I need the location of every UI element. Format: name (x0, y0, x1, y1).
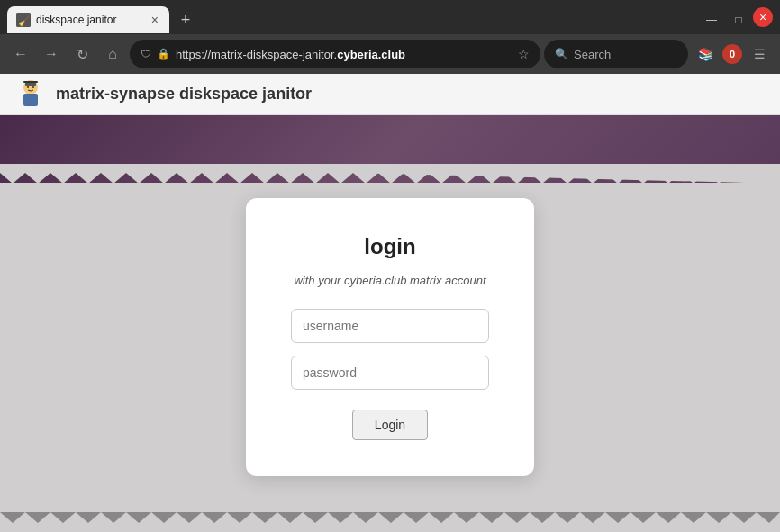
svg-rect-3 (23, 94, 38, 106)
browser-chrome: 🧹 diskspace janitor × + — □ × ← → ↻ ⌂ 🛡 … (0, 0, 780, 74)
svg-point-7 (32, 86, 34, 88)
url-text: https://matrix-diskspace-janitor.cyberia… (176, 48, 512, 61)
maximize-button[interactable]: □ (726, 7, 751, 32)
svg-rect-5 (23, 81, 38, 83)
site-title: matrix-synapse diskspace janitor (56, 85, 312, 104)
back-button[interactable]: ← (7, 41, 34, 68)
login-button[interactable]: Login (352, 410, 428, 440)
url-domain-prefix: matrix-diskspace-janitor. (211, 48, 337, 61)
browser-extensions: 📚 0 ☰ (692, 41, 773, 68)
address-bar[interactable]: 🛡 🔒 https://matrix-diskspace-janitor.cyb… (130, 40, 540, 68)
new-tab-button[interactable]: + (173, 7, 198, 32)
browser-menu-icon[interactable]: ☰ (746, 41, 773, 68)
svg-point-6 (27, 86, 29, 88)
url-domain-highlight: cyberia.club (337, 48, 405, 61)
ublock-badge[interactable]: 0 (722, 44, 742, 64)
zigzag-bottom-page-icon (0, 512, 780, 532)
refresh-button[interactable]: ↻ (68, 41, 95, 68)
login-title: login (291, 234, 489, 259)
library-icon[interactable]: 📚 (692, 41, 719, 68)
shield-icon: 🛡 (141, 48, 151, 60)
login-subtitle: with your cyberia.club matrix account (291, 274, 489, 287)
lock-icon: 🔒 (157, 48, 170, 60)
forward-button[interactable]: → (38, 41, 65, 68)
url-prefix: https:// (176, 48, 211, 61)
minimize-button[interactable]: — (699, 7, 724, 32)
window-controls: — □ × (699, 7, 773, 32)
navigation-bar: ← → ↻ ⌂ 🛡 🔒 https://matrix-diskspace-jan… (0, 34, 780, 74)
login-card: login with your cyberia.club matrix acco… (246, 198, 534, 476)
site-logo (14, 78, 47, 111)
home-button[interactable]: ⌂ (99, 41, 126, 68)
close-button[interactable]: × (753, 7, 773, 27)
bookmark-star-icon[interactable]: ☆ (518, 47, 530, 61)
tab-bar: 🧹 diskspace janitor × + — □ × (0, 0, 780, 34)
username-input[interactable] (291, 309, 489, 343)
tab-close-button[interactable]: × (150, 14, 160, 26)
password-input[interactable] (291, 356, 489, 390)
search-text: Search (574, 48, 611, 61)
zigzag-bottom-icon (0, 164, 780, 184)
search-bar[interactable]: 🔍 Search (544, 40, 688, 68)
page-content: login with your cyberia.club matrix acco… (0, 115, 780, 532)
search-icon: 🔍 (555, 48, 568, 60)
svg-text:🧹: 🧹 (18, 14, 31, 27)
site-header: matrix-synapse diskspace janitor (0, 74, 780, 115)
tab-title: diskspace janitor (36, 14, 144, 26)
tab-favicon: 🧹 (16, 13, 31, 27)
page-banner (0, 115, 780, 183)
active-tab[interactable]: 🧹 diskspace janitor × (7, 6, 169, 33)
